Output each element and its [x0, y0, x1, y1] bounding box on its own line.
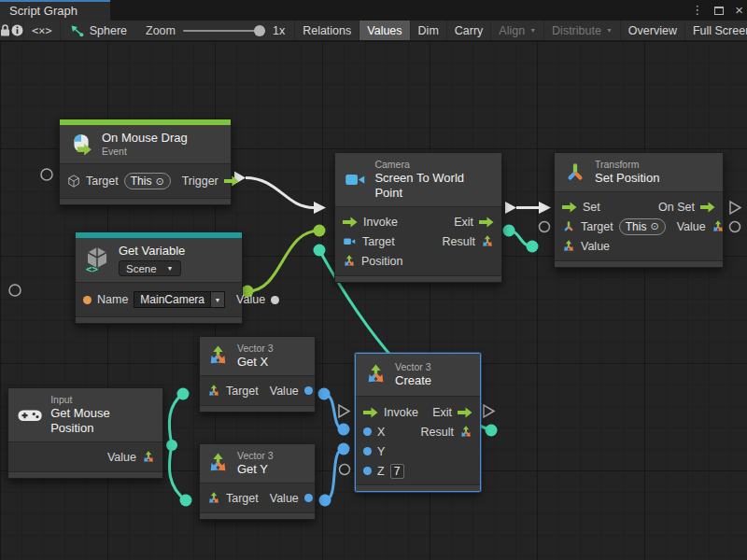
wire-arrowhead-invoke: [314, 202, 326, 214]
wire-end-getx-value[interactable]: [318, 388, 331, 400]
flow-arrow-icon[interactable]: [700, 202, 715, 213]
values-button[interactable]: Values: [359, 21, 410, 40]
wire-end-gety-value[interactable]: [319, 495, 331, 507]
transform-port-icon[interactable]: [562, 220, 575, 233]
invoke-port-label: Invoke: [363, 216, 398, 229]
node-vector3-create[interactable]: Vector 3 Create Invoke Exit X Result: [355, 353, 481, 492]
target-picker-icon[interactable]: ⊙: [155, 175, 163, 188]
dim-button[interactable]: Dim: [411, 21, 447, 40]
node-screen-to-world-point[interactable]: Camera Screen To World Point Invoke Exit…: [334, 152, 502, 283]
value-port[interactable]: [304, 386, 313, 395]
node-on-mouse-drag[interactable]: On Mouse Drag Event Target This ⊙ Trigge…: [59, 119, 232, 205]
node-get-y[interactable]: Vector 3 Get Y Target Value: [199, 443, 316, 520]
x-port[interactable]: [363, 427, 372, 436]
node-get-x[interactable]: Vector 3 Get X Target Value: [199, 336, 316, 413]
wire-end-gety-target[interactable]: [180, 495, 192, 507]
port-marker-create-exit[interactable]: [484, 405, 494, 417]
wire-end-camera-target[interactable]: [314, 225, 326, 237]
z-value-field[interactable]: 7: [390, 464, 404, 479]
zoom-slider-knob[interactable]: [254, 25, 265, 36]
flow-arrow-icon[interactable]: [562, 202, 577, 213]
info-button[interactable]: [11, 21, 24, 40]
close-icon[interactable]: ×: [735, 0, 743, 21]
code-view-button[interactable]: <×>: [24, 21, 61, 40]
wire-mouse-to-gety[interactable]: [169, 445, 186, 500]
graph-selector[interactable]: Sphere: [61, 21, 136, 40]
flow-arrow-icon[interactable]: [343, 217, 358, 228]
wire-end-transform-value[interactable]: [527, 241, 539, 253]
flow-arrow-icon[interactable]: [479, 217, 494, 228]
node-title: Get Mouse Position: [50, 406, 153, 436]
zoom-slider[interactable]: [183, 30, 265, 32]
port-marker-transform-value-out[interactable]: [730, 222, 740, 232]
variable-name-field[interactable]: MainCamera ▼: [134, 291, 225, 308]
tab-script-graph[interactable]: Script Graph: [0, 0, 110, 21]
node-set-position[interactable]: Transform Set Position Set On Set Target…: [554, 152, 724, 268]
wire-end-camera-position[interactable]: [314, 245, 326, 257]
distribute-button[interactable]: Distribute ▼: [544, 21, 621, 40]
wire-end-create-y[interactable]: [338, 443, 350, 455]
port-row-target-value: Target This ⊙ Value: [562, 217, 715, 236]
vector3-port-icon[interactable]: [207, 492, 220, 505]
flow-arrow-icon[interactable]: [224, 175, 239, 187]
chevron-down-icon[interactable]: ▼: [210, 291, 225, 308]
maximize-icon[interactable]: [714, 7, 724, 15]
target-self-pill[interactable]: This ⊙: [124, 173, 171, 189]
wire-getx-to-x[interactable]: [324, 394, 344, 429]
wire-gety-to-y[interactable]: [325, 449, 344, 500]
menu-icon[interactable]: ⋮: [691, 0, 703, 21]
port-row-z: Z 7: [363, 461, 472, 481]
flow-arrow-icon[interactable]: [458, 407, 472, 418]
vector3-port-icon[interactable]: [459, 426, 472, 439]
graph-canvas[interactable]: On Mouse Drag Event Target This ⊙ Trigge…: [0, 41, 747, 560]
wire-junction-mouse-value[interactable]: [166, 440, 177, 451]
target-self-pill[interactable]: This ⊙: [619, 218, 666, 235]
z-port[interactable]: [363, 467, 372, 475]
relations-button[interactable]: Relations: [294, 21, 359, 40]
info-icon: [11, 24, 23, 36]
align-button[interactable]: Align ▼: [491, 21, 544, 40]
wire-end-create-result[interactable]: [486, 425, 498, 437]
port-row-x-result: X Result: [363, 422, 472, 441]
y-port-label: Y: [377, 445, 385, 458]
wire-mouse-to-getx[interactable]: [169, 394, 183, 445]
wire-end-getx-target[interactable]: [177, 388, 190, 400]
zoom-value: 1x: [273, 24, 285, 37]
node-get-mouse-position[interactable]: Input Get Mouse Position Value: [7, 387, 163, 479]
port-exit-out[interactable]: [505, 202, 516, 214]
vector3-port-icon[interactable]: [142, 451, 155, 464]
wire-variable-to-target[interactable]: [247, 231, 319, 291]
name-port[interactable]: [83, 296, 92, 304]
port-marker-omd-left[interactable]: [41, 169, 52, 180]
value-in-port-label: Value: [581, 240, 610, 253]
fullscreen-button[interactable]: Full Screen: [685, 21, 747, 40]
variable-scope-dropdown[interactable]: Scene ▼: [119, 260, 181, 276]
carry-button[interactable]: Carry: [447, 21, 492, 40]
wire-trigger-to-invoke[interactable]: [246, 178, 314, 208]
camera-port-icon[interactable]: [343, 236, 357, 247]
port-marker-create-z[interactable]: [340, 465, 350, 475]
vector3-port-icon[interactable]: [562, 240, 575, 253]
wire-end-camera-result[interactable]: [503, 225, 515, 237]
scene-variable-icon: <>: [85, 246, 110, 273]
node-footer: [200, 512, 315, 519]
target-picker-icon[interactable]: ⊙: [650, 220, 658, 232]
value-port[interactable]: [271, 296, 279, 304]
port-marker-variable-left[interactable]: [9, 285, 21, 296]
port-marker-onset-out[interactable]: [730, 202, 740, 214]
port-marker-transform-target[interactable]: [540, 222, 550, 232]
y-port[interactable]: [363, 447, 372, 455]
vector3-port-icon[interactable]: [712, 220, 725, 233]
node-title: On Mouse Drag: [102, 131, 188, 146]
wire-end-create-x[interactable]: [338, 424, 350, 436]
value-port[interactable]: [304, 494, 313, 502]
port-marker-create-invoke[interactable]: [339, 405, 349, 417]
vector3-port-icon[interactable]: [207, 385, 220, 398]
overview-button[interactable]: Overview: [621, 21, 685, 40]
lock-button[interactable]: [0, 21, 11, 40]
vector3-port-icon[interactable]: [481, 235, 494, 248]
node-footer: [8, 471, 162, 478]
node-get-variable[interactable]: <> Get Variable Scene ▼ Name MainCamera: [75, 231, 243, 324]
flow-arrow-icon[interactable]: [363, 407, 378, 418]
vector3-port-icon[interactable]: [343, 255, 356, 268]
